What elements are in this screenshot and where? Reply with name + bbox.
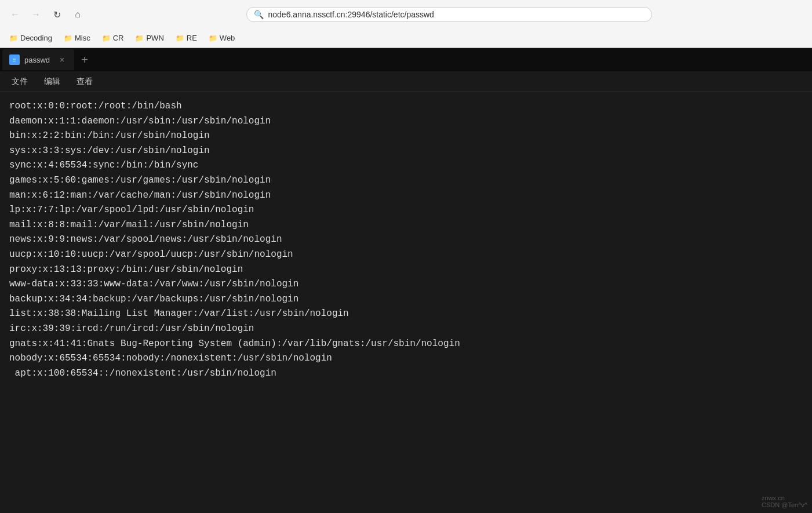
folder-icon: 📁: [176, 34, 184, 42]
watermark: znwx.cn CSDN @Ten^v^: [762, 494, 807, 508]
file-line: irc:x:39:39:ircd:/run/ircd:/usr/sbin/nol…: [9, 322, 803, 337]
menu-edit[interactable]: 编辑: [37, 74, 67, 89]
reload-button[interactable]: ↻: [49, 6, 65, 23]
file-line: www-data:x:33:33:www-data:/var/www:/usr/…: [9, 277, 803, 292]
folder-icon: 📁: [9, 34, 18, 42]
file-line: sys:x:3:3:sys:/dev:/usr/sbin/nologin: [9, 144, 803, 159]
file-line: apt:x:100:65534::/nonexistent:/usr/sbin/…: [9, 366, 803, 381]
file-line: lp:x:7:7:lp:/var/spool/lpd:/usr/sbin/nol…: [9, 203, 803, 218]
watermark-sub: CSDN @Ten^v^: [762, 501, 807, 508]
nav-buttons: ← → ↻ ⌂: [7, 6, 86, 23]
menu-view[interactable]: 查看: [70, 74, 100, 89]
bookmark-re[interactable]: 📁RE: [171, 32, 202, 44]
file-line: root:x:0:0:root:/root:/bin/bash: [9, 99, 803, 114]
tab-bar: passwd × +: [0, 48, 812, 71]
tab-label: passwd: [24, 56, 50, 64]
bookmark-label: Decoding: [20, 34, 52, 42]
tab-passwd[interactable]: passwd ×: [2, 49, 74, 70]
file-line: proxy:x:13:13:proxy:/bin:/usr/sbin/nolog…: [9, 263, 803, 278]
bookmark-label: PWN: [146, 34, 163, 42]
file-line: daemon:x:1:1:daemon:/usr/sbin:/usr/sbin/…: [9, 114, 803, 129]
file-line: bin:x:2:2:bin:/bin:/usr/sbin/nologin: [9, 129, 803, 144]
file-line: news:x:9:9:news:/var/spool/news:/usr/sbi…: [9, 232, 803, 248]
bookmark-pwn[interactable]: 📁PWN: [130, 32, 168, 44]
tab-icon: [9, 54, 20, 65]
menu-file[interactable]: 文件: [5, 74, 35, 89]
bookmark-web[interactable]: 📁Web: [204, 32, 240, 44]
bookmark-label: Web: [220, 34, 235, 42]
home-button[interactable]: ⌂: [70, 6, 86, 23]
new-tab-button[interactable]: +: [77, 52, 93, 68]
bookmarks-bar: 📁Decoding📁Misc📁CR📁PWN📁RE📁Web: [0, 29, 812, 48]
file-line: backup:x:34:34:backup:/var/backups:/usr/…: [9, 292, 803, 307]
url-text: node6.anna.nssctf.cn:29946/static/etc/pa…: [268, 10, 434, 19]
watermark-site: znwx.cn: [762, 494, 807, 501]
back-button[interactable]: ←: [7, 6, 23, 23]
file-line: sync:x:4:65534:sync:/bin:/bin/sync: [9, 158, 803, 173]
bookmark-misc[interactable]: 📁Misc: [59, 32, 95, 44]
content-area: root:x:0:0:root:/root:/bin/bashdaemon:x:…: [0, 92, 812, 513]
forward-button[interactable]: →: [28, 6, 44, 23]
bookmark-label: CR: [113, 34, 124, 42]
editor-window: passwd × + 文件 编辑 查看 root:x:0:0:root:/roo…: [0, 48, 812, 513]
browser-chrome: ← → ↻ ⌂ 🔍 node6.anna.nssctf.cn:29946/sta…: [0, 0, 812, 48]
file-line: man:x:6:12:man:/var/cache/man:/usr/sbin/…: [9, 188, 803, 203]
menu-bar: 文件 编辑 查看: [0, 71, 812, 92]
tab-close-button[interactable]: ×: [57, 54, 67, 65]
file-line: games:x:5:60:games:/usr/games:/usr/sbin/…: [9, 173, 803, 188]
address-bar[interactable]: 🔍 node6.anna.nssctf.cn:29946/static/etc/…: [246, 7, 652, 22]
folder-icon: 📁: [102, 34, 111, 42]
file-line: nobody:x:65534:65534:nobody:/nonexistent…: [9, 351, 803, 366]
file-line: mail:x:8:8:mail:/var/mail:/usr/sbin/nolo…: [9, 218, 803, 233]
bookmark-label: RE: [187, 34, 197, 42]
file-line: uucp:x:10:10:uucp:/var/spool/uucp:/usr/s…: [9, 248, 803, 263]
file-line: gnats:x:41:41:Gnats Bug-Reporting System…: [9, 337, 803, 352]
folder-icon: 📁: [135, 34, 144, 42]
bookmark-decoding[interactable]: 📁Decoding: [5, 32, 57, 44]
bookmark-cr[interactable]: 📁CR: [97, 32, 129, 44]
search-icon: 🔍: [254, 10, 264, 19]
folder-icon: 📁: [209, 34, 217, 42]
file-line: list:x:38:38:Mailing List Manager:/var/l…: [9, 307, 803, 322]
folder-icon: 📁: [64, 34, 72, 42]
browser-toolbar: ← → ↻ ⌂ 🔍 node6.anna.nssctf.cn:29946/sta…: [0, 0, 812, 29]
bookmark-label: Misc: [75, 34, 90, 42]
